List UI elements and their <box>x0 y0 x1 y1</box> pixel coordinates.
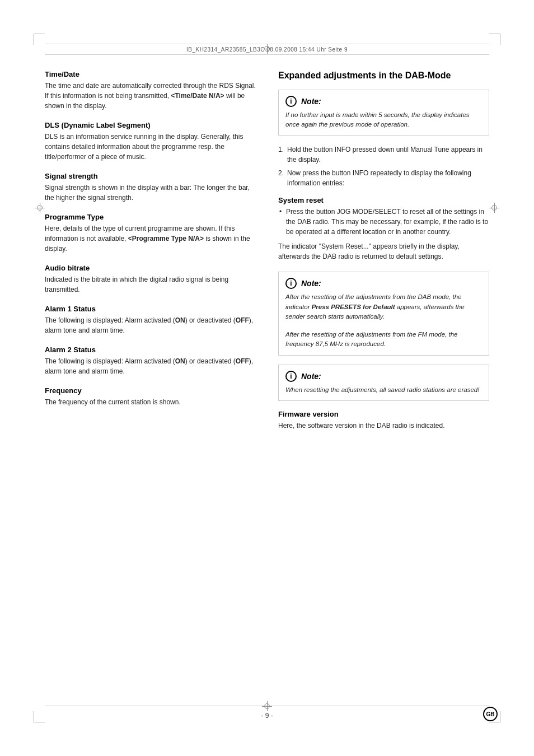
crop-mark-bl <box>34 711 45 722</box>
section-audio-bitrate: Audio bitrate Indicated is the bitrate i… <box>45 264 256 295</box>
section-title-firmware: Firmware version <box>278 410 489 418</box>
section-title-alarm1: Alarm 1 Status <box>45 305 256 313</box>
section-frequency: Frequency The frequency of the current s… <box>45 386 256 407</box>
note-text-2a: After the resetting of the adjustments f… <box>285 292 482 321</box>
section-title-frequency: Frequency <box>45 386 256 395</box>
inline-bold: <Time/Date N/A> <box>171 92 224 100</box>
note-text-1: If no further input is made within 5 sec… <box>285 110 482 130</box>
section-dls: DLS (Dynamic Label Segment) DLS is an in… <box>45 121 256 162</box>
note-box-2: i Note: After the resetting of the adjus… <box>278 272 489 355</box>
section-text-time-date: The time and date are automatically corr… <box>45 81 256 111</box>
numbered-item-1: 1. Hold the button INFO pressed down unt… <box>278 144 489 165</box>
page-number: - 9 - <box>261 712 273 720</box>
note-header-1: i Note: <box>285 96 482 107</box>
note-header-2: i Note: <box>285 278 482 289</box>
page: IB_KH2314_AR23585_LB3C 08.09.2008 15:44 … <box>0 0 534 756</box>
section-text-programme: Here, details of the type of current pro… <box>45 223 256 254</box>
note-icon-3: i <box>285 371 297 382</box>
note-text-2b: After the resetting of the adjustments f… <box>285 330 482 349</box>
section-text-audio-bitrate: Indicated is the bitrate in which the di… <box>45 274 256 295</box>
crop-mark-tr <box>489 34 500 45</box>
section-firmware: Firmware version Here, the software vers… <box>278 410 489 431</box>
inline-bold-on2: ON <box>175 357 185 365</box>
inline-bold-off1: OFF <box>236 316 249 324</box>
footer: - 9 - <box>45 706 489 720</box>
section-title-system-reset: System reset <box>278 196 489 204</box>
section-text-alarm2: The following is displayed: Alarm activa… <box>45 356 256 376</box>
header-file-info: IB_KH2314_AR23585_LB3C 08.09.2008 15:44 … <box>186 46 348 53</box>
reg-mark-right <box>489 203 499 213</box>
note-title-2: Note: <box>301 279 321 288</box>
section-programme: Programme Type Here, details of the type… <box>45 213 256 254</box>
bullet-item-reset: Press the button JOG MODE/SELECT to rese… <box>278 207 489 237</box>
section-title-signal: Signal strength <box>45 172 256 180</box>
inline-bold-manual-tune: Manual Tune <box>410 146 449 153</box>
section-time-date: Time/Date The time and date are automati… <box>45 70 256 111</box>
note-text-3: When resetting the adjustments, all save… <box>285 385 482 395</box>
reg-mark-left <box>35 203 45 213</box>
section-alarm2: Alarm 2 Status The following is displaye… <box>45 346 256 376</box>
inline-bold-presets: Press PRESETS for Default <box>312 304 395 310</box>
inline-bold-info2: INFO <box>353 169 369 177</box>
num-2: 2. <box>278 168 284 178</box>
section-text-system-reset-continuation: The indicator "System Reset..." appears … <box>278 241 489 262</box>
crop-mark-tl <box>34 34 45 45</box>
inline-bold-info1: INFO <box>335 146 351 153</box>
note-title-3: Note: <box>301 372 321 381</box>
note-box-1: i Note: If no further input is made with… <box>278 90 489 136</box>
note-box-3: i Note: When resetting the adjustments, … <box>278 365 489 401</box>
right-column: Expanded adjustments in the DAB-Mode i N… <box>278 64 489 700</box>
inline-bold-off2: OFF <box>236 357 249 365</box>
section-system-reset: System reset Press the button JOG MODE/S… <box>278 196 489 262</box>
content-area: Time/Date The time and date are automati… <box>45 64 489 700</box>
inline-bold-programme: <Programme Type N/A> <box>128 235 204 242</box>
section-text-frequency: The frequency of the current station is … <box>45 397 256 407</box>
note-icon-1: i <box>285 96 297 107</box>
section-title-audio-bitrate: Audio bitrate <box>45 264 256 272</box>
section-signal: Signal strength Signal strength is shown… <box>45 172 256 203</box>
section-alarm1: Alarm 1 Status The following is displaye… <box>45 305 256 335</box>
gb-badge: GB <box>483 707 498 721</box>
bullet-list-reset: Press the button JOG MODE/SELECT to rese… <box>278 207 489 237</box>
section-title-time-date: Time/Date <box>45 70 256 78</box>
numbered-list: 1. Hold the button INFO pressed down unt… <box>278 144 489 188</box>
section-title-programme: Programme Type <box>45 213 256 221</box>
note-title-1: Note: <box>301 97 321 106</box>
main-heading: Expanded adjustments in the DAB-Mode <box>278 70 489 82</box>
section-text-dls: DLS is an information service running in… <box>45 132 256 162</box>
header-bar: IB_KH2314_AR23585_LB3C 08.09.2008 15:44 … <box>45 44 489 55</box>
inline-bold-on1: ON <box>175 316 185 324</box>
num-1: 1. <box>278 144 284 155</box>
note-header-3: i Note: <box>285 371 482 382</box>
section-text-alarm1: The following is displayed: Alarm activa… <box>45 315 256 335</box>
note-icon-2: i <box>285 278 297 289</box>
section-text-firmware: Here, the software version in the DAB ra… <box>278 421 489 431</box>
inline-bold-jog: JOG MODE/SELECT <box>337 208 401 216</box>
section-title-dls: DLS (Dynamic Label Segment) <box>45 121 256 129</box>
section-text-signal: Signal strength is shown in the display … <box>45 183 256 203</box>
numbered-item-2: 2. Now press the button INFO repeatedly … <box>278 168 489 188</box>
left-column: Time/Date The time and date are automati… <box>45 64 256 700</box>
section-title-alarm2: Alarm 2 Status <box>45 346 256 354</box>
